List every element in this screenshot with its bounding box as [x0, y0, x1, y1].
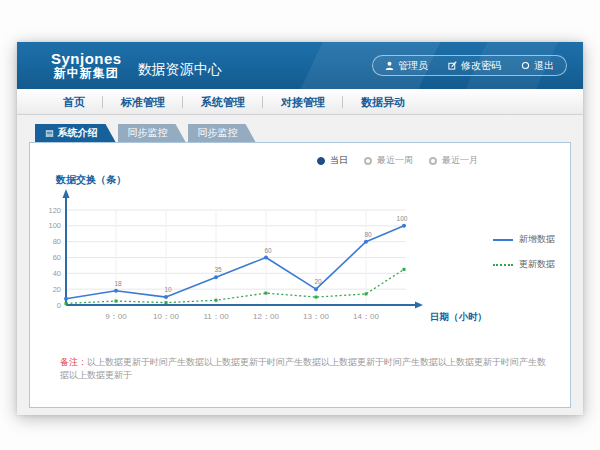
- header-actions: 管理员 修改密码 退出: [372, 55, 567, 76]
- svg-text:11：00: 11：00: [203, 312, 229, 321]
- document-icon: ▤: [45, 129, 54, 138]
- svg-text:10：00: 10：00: [153, 312, 179, 321]
- svg-text:20: 20: [314, 278, 322, 285]
- filter-today[interactable]: 当日: [317, 154, 348, 167]
- change-password-button[interactable]: 修改密码: [448, 59, 501, 73]
- tab-label: 同步监控: [198, 126, 238, 140]
- tab-bar: ▤系统介绍同步监控同步监控: [35, 124, 583, 142]
- filter-last-week[interactable]: 最近一周: [364, 154, 413, 167]
- legend-new-data: 新增数据: [493, 233, 571, 246]
- nav-item-home[interactable]: 首页: [45, 89, 103, 115]
- svg-text:80: 80: [364, 231, 372, 238]
- time-range-filters: 当日最近一周最近一月: [317, 154, 478, 167]
- logo-text-en: Synjones: [51, 51, 122, 67]
- svg-text:100: 100: [48, 221, 61, 230]
- legend-updated-data: 更新数据: [493, 258, 571, 271]
- svg-text:100: 100: [397, 215, 408, 222]
- nav-item-standard-mgmt[interactable]: 标准管理: [103, 89, 183, 115]
- legend-line-sample: [493, 239, 513, 241]
- edit-icon: [448, 61, 457, 70]
- svg-text:13：00: 13：00: [303, 312, 329, 321]
- radio-icon: [317, 157, 325, 165]
- legend-label: 新增数据: [519, 233, 555, 246]
- svg-text:14：00: 14：00: [353, 312, 379, 321]
- nav-item-system-mgmt[interactable]: 系统管理: [183, 89, 263, 115]
- radio-icon: [429, 157, 437, 165]
- chart-row: 0204060801001209：0010：0011：0012：0013：001…: [38, 185, 571, 337]
- main-nav: 首页标准管理系统管理对接管理数据异动: [17, 89, 583, 115]
- logout-button[interactable]: 退出: [521, 59, 554, 73]
- svg-text:80: 80: [53, 237, 61, 246]
- svg-text:35: 35: [214, 266, 222, 273]
- svg-text:60: 60: [53, 253, 61, 262]
- filter-label: 最近一周: [377, 154, 413, 167]
- filter-label: 当日: [330, 154, 348, 167]
- tab-label: 系统介绍: [58, 126, 98, 140]
- radio-icon: [364, 157, 372, 165]
- svg-text:12：00: 12：00: [253, 312, 279, 321]
- logo-text-cn: 新中新集团: [51, 67, 122, 80]
- company-logo: Synjones 新中新集团: [51, 51, 122, 79]
- legend-label: 更新数据: [519, 258, 555, 271]
- app-window: Synjones 新中新集团 数据资源中心 管理员 修改密码 退出 首页标准管理…: [17, 42, 583, 415]
- power-icon: [521, 61, 530, 70]
- svg-text:10: 10: [164, 286, 172, 293]
- tab-system-intro[interactable]: ▤系统介绍: [35, 124, 116, 142]
- footnote: 备注：以上数据更新于时间产生数据以上数据更新于时间产生数据以上数据更新于时间产生…: [60, 356, 554, 381]
- footnote-prefix: 备注：: [60, 357, 87, 367]
- tab-label: 同步监控: [128, 126, 168, 140]
- svg-text:40: 40: [53, 269, 61, 278]
- chart-legend: 新增数据更新数据: [493, 185, 571, 337]
- user-icon: [385, 61, 394, 70]
- nav-item-interface-mgmt[interactable]: 对接管理: [263, 89, 343, 115]
- nav-item-data-change[interactable]: 数据异动: [343, 89, 423, 115]
- svg-text:9：00: 9：00: [105, 312, 127, 321]
- svg-text:18: 18: [114, 280, 122, 287]
- admin-user-button[interactable]: 管理员: [385, 59, 428, 73]
- content-area: ▤系统介绍同步监控同步监控 当日最近一周最近一月 数据交换（条） 0204060…: [17, 115, 583, 415]
- svg-text:60: 60: [264, 247, 272, 254]
- tab-sync-monitor-1[interactable]: 同步监控: [118, 124, 186, 142]
- system-intro-panel: 当日最近一周最近一月 数据交换（条） 0204060801001209：0010…: [29, 142, 571, 408]
- page-title: 数据资源中心: [138, 61, 222, 79]
- legend-line-sample: [493, 264, 513, 266]
- footnote-text: 以上数据更新于时间产生数据以上数据更新于时间产生数据以上数据更新于时间产生数据以…: [60, 357, 546, 380]
- line-chart: 0204060801001209：0010：0011：0012：0013：001…: [38, 185, 493, 337]
- filter-last-month[interactable]: 最近一月: [429, 154, 478, 167]
- app-header: Synjones 新中新集团 数据资源中心 管理员 修改密码 退出: [17, 42, 583, 89]
- tab-sync-monitor-2[interactable]: 同步监控: [188, 124, 256, 142]
- filter-label: 最近一月: [442, 154, 478, 167]
- svg-text:日期（小时）: 日期（小时）: [430, 311, 487, 323]
- svg-text:120: 120: [48, 206, 61, 215]
- svg-text:0: 0: [57, 301, 61, 310]
- svg-text:20: 20: [53, 285, 61, 294]
